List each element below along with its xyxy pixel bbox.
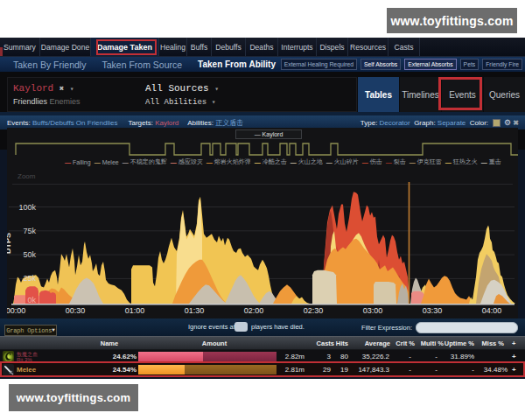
svg-text:25k: 25k (23, 274, 36, 283)
svg-text:DTPS: DTPS (7, 233, 12, 254)
svg-text:0k: 0k (27, 296, 36, 304)
svg-text:50k: 50k (23, 250, 36, 259)
svg-text:01:30: 01:30 (185, 306, 205, 315)
svg-text:100k: 100k (18, 203, 36, 212)
svg-text:02:30: 02:30 (304, 306, 324, 315)
svg-text:00:30: 00:30 (66, 306, 86, 315)
svg-text:03:00: 03:00 (363, 306, 383, 315)
svg-text:00:00: 00:00 (7, 306, 25, 315)
svg-text:01:00: 01:00 (125, 306, 145, 315)
svg-text:02:00: 02:00 (244, 306, 264, 315)
svg-text:04:00: 04:00 (482, 306, 502, 315)
svg-text:75k: 75k (23, 227, 36, 235)
svg-text:03:30: 03:30 (423, 306, 443, 315)
